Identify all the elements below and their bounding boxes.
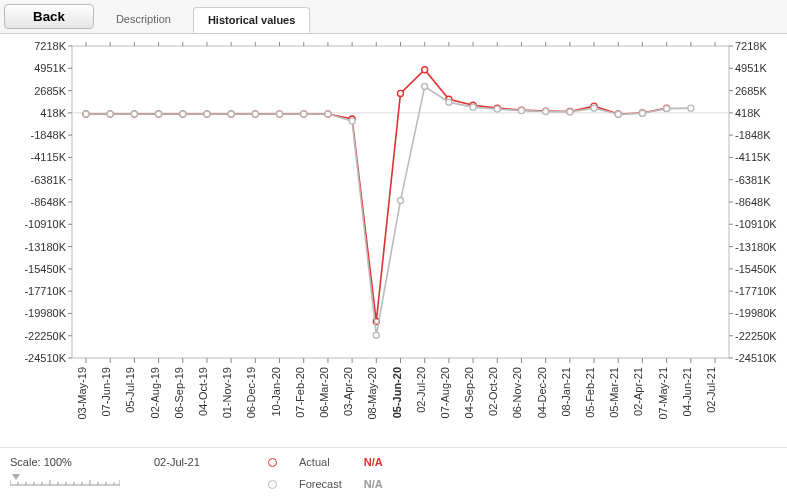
x-tick-label: 10-Jan-20	[270, 367, 282, 417]
timeline-scrubber[interactable]	[10, 474, 120, 490]
data-point[interactable]	[349, 118, 355, 124]
y-tick-label: -4115K	[31, 151, 67, 163]
y-tick-label-right: -1848K	[735, 129, 771, 141]
y-tick-label: -17710K	[24, 285, 66, 297]
x-tick-label: 06-Mar-20	[318, 367, 330, 418]
data-point[interactable]	[180, 111, 186, 117]
data-point[interactable]	[543, 109, 549, 115]
tab-bar: Back Description Historical values	[0, 0, 787, 34]
y-tick-label: -19980K	[24, 307, 66, 319]
data-point[interactable]	[422, 83, 428, 89]
x-tick-label: 07-May-21	[657, 367, 669, 420]
y-tick-label: -10910K	[24, 218, 66, 230]
data-point[interactable]	[83, 111, 89, 117]
hover-date: 02-Jul-21	[154, 456, 200, 468]
x-tick-label: 03-Apr-20	[342, 367, 354, 416]
y-tick-label-right: -15450K	[735, 263, 777, 275]
data-point[interactable]	[107, 111, 113, 117]
y-tick-label-right: -13180K	[735, 241, 777, 253]
x-tick-label: 08-May-20	[366, 367, 378, 420]
x-tick-label: 04-Oct-19	[197, 367, 209, 416]
x-tick-label: 08-Jan-21	[560, 367, 572, 417]
x-tick-label: 06-Sep-19	[173, 367, 185, 418]
data-point[interactable]	[639, 110, 645, 116]
legend: Actual N/A Forecast N/A	[268, 456, 383, 490]
y-tick-label-right: -19980K	[735, 307, 777, 319]
back-button[interactable]: Back	[4, 4, 94, 29]
x-tick-label: 04-Dec-20	[536, 367, 548, 418]
legend-marker-forecast	[268, 480, 277, 489]
y-tick-label-right: -6381K	[735, 174, 771, 186]
legend-label-actual: Actual	[299, 456, 342, 468]
data-point[interactable]	[301, 111, 307, 117]
x-tick-label: 02-Oct-20	[487, 367, 499, 416]
x-tick-label: 06-Nov-20	[511, 367, 523, 418]
data-point[interactable]	[325, 111, 331, 117]
data-point[interactable]	[664, 106, 670, 112]
data-point[interactable]	[567, 109, 573, 115]
data-point[interactable]	[518, 108, 524, 114]
legend-value-actual: N/A	[364, 456, 383, 468]
hover-date-column: 02-Jul-21	[154, 456, 244, 468]
scale-value: 100%	[44, 456, 72, 468]
y-tick-label: -1848K	[31, 129, 67, 141]
x-tick-label: 07-Feb-20	[294, 367, 306, 418]
x-tick-label: 04-Jun-21	[681, 367, 693, 417]
y-tick-label-right: -17710K	[735, 285, 777, 297]
data-point[interactable]	[277, 111, 283, 117]
x-tick-label: 01-Nov-19	[221, 367, 233, 418]
y-tick-label: 2685K	[34, 85, 66, 97]
data-point[interactable]	[204, 111, 210, 117]
data-point[interactable]	[228, 111, 234, 117]
data-point[interactable]	[615, 111, 621, 117]
data-point[interactable]	[252, 111, 258, 117]
y-tick-label: -6381K	[31, 174, 67, 186]
y-tick-label: -13180K	[24, 241, 66, 253]
timeline-slider-handle[interactable]	[12, 474, 20, 480]
x-tick-label: 05-Feb-21	[584, 367, 596, 418]
legend-label-forecast: Forecast	[299, 478, 342, 490]
x-tick-label: 05-Mar-21	[608, 367, 620, 418]
x-tick-label: 04-Sep-20	[463, 367, 475, 418]
y-tick-label-right: 7218K	[735, 40, 767, 52]
app-window: { "toolbar": { "back_label": "Back", "ta…	[0, 0, 787, 500]
data-point[interactable]	[591, 105, 597, 111]
data-point[interactable]	[446, 99, 452, 105]
x-tick-label: 07-Aug-20	[439, 367, 451, 418]
data-point[interactable]	[398, 90, 404, 96]
y-tick-label-right: 418K	[735, 107, 761, 119]
y-tick-label: 418K	[40, 107, 66, 119]
data-point[interactable]	[422, 67, 428, 73]
data-point[interactable]	[156, 111, 162, 117]
x-tick-label: 05-Jun-20	[391, 367, 403, 418]
x-tick-label: 07-Jun-19	[100, 367, 112, 417]
data-point[interactable]	[470, 104, 476, 110]
y-tick-label-right: -4115K	[735, 151, 771, 163]
tab-description[interactable]: Description	[102, 7, 185, 31]
y-tick-label-right: -8648K	[735, 196, 771, 208]
x-tick-label: 06-Dec-19	[245, 367, 257, 418]
legend-marker-actual	[268, 458, 277, 467]
x-tick-label: 02-Jul-21	[705, 367, 717, 413]
data-point[interactable]	[373, 332, 379, 338]
tab-historical-values[interactable]: Historical values	[193, 7, 310, 33]
legend-value-forecast: N/A	[364, 478, 383, 490]
line-chart[interactable]: 7218K7218K4951K4951K2685K2685K418K418K-1…	[0, 34, 787, 432]
y-tick-label: -8648K	[31, 196, 67, 208]
y-tick-label-right: 4951K	[735, 62, 767, 74]
y-tick-label: 7218K	[34, 40, 66, 52]
x-tick-label: 02-Aug-19	[149, 367, 161, 418]
y-tick-label: -22250K	[24, 330, 66, 342]
y-tick-label-right: -24510K	[735, 352, 777, 364]
data-point[interactable]	[131, 111, 137, 117]
y-tick-label: 4951K	[34, 62, 66, 74]
y-tick-label: -15450K	[24, 263, 66, 275]
x-tick-label: 05-Jul-19	[124, 367, 136, 413]
data-point[interactable]	[688, 105, 694, 111]
y-tick-label-right: -22250K	[735, 330, 777, 342]
scale-column: Scale: 100%	[10, 456, 130, 490]
x-tick-label: 03-May-19	[76, 367, 88, 420]
y-tick-label-right: -10910K	[735, 218, 777, 230]
data-point[interactable]	[398, 198, 404, 204]
data-point[interactable]	[494, 106, 500, 112]
